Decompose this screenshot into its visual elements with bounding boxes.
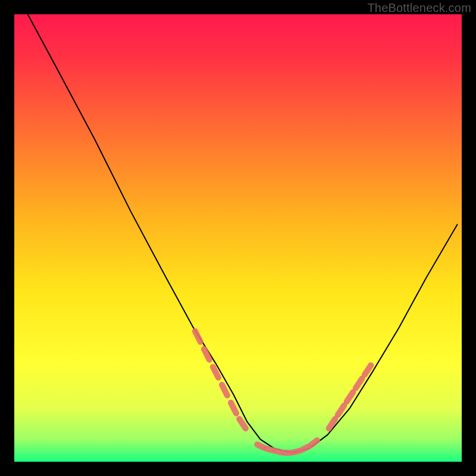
highlight-bottom-dashes-dash [311,440,318,445]
highlight-bottom-dashes-dash [293,451,300,453]
highlight-bottom-dashes-dash [275,451,281,453]
watermark-text: TheBottleneck.com [367,1,471,15]
chart-svg [14,14,462,462]
highlight-bottom-dashes-dash [266,449,273,450]
highlight-bottom-dashes-dash [302,447,309,450]
plot-area [14,14,462,462]
gradient-bg [14,14,462,462]
chart-frame: TheBottleneck.com [0,0,476,476]
highlight-bottom-dashes-dash [257,444,264,447]
